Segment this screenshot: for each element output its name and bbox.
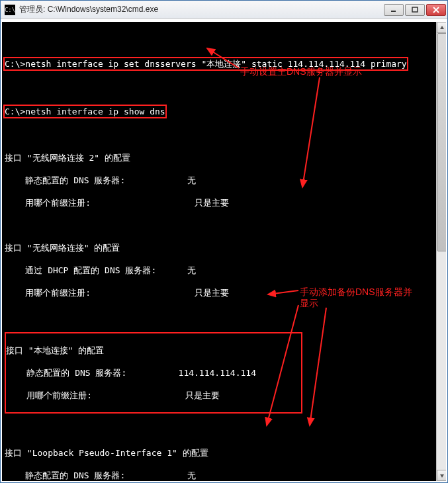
cmd-window: C:\ 管理员: C:\Windows\system32\cmd.exe C:\… xyxy=(0,0,448,483)
vertical-scrollbar[interactable] xyxy=(436,22,447,481)
scroll-down-button[interactable] xyxy=(437,470,447,481)
svg-line-8 xyxy=(310,308,326,425)
val: 只是主要 xyxy=(195,288,229,298)
prompt: C:\> xyxy=(5,59,25,69)
scroll-track[interactable] xyxy=(437,33,447,470)
app-icon: C:\ xyxy=(5,5,15,15)
lbl: 接口 xyxy=(5,153,27,163)
scroll-thumb[interactable] xyxy=(437,33,447,251)
val: 无 xyxy=(187,265,196,275)
local-cfg-box-1: 接口 "本地连接" 的配置 静态配置的 DNS 服务器: 114.114.114… xyxy=(5,332,302,414)
cmd2-box: C:\>netsh interface ip show dns xyxy=(3,105,167,118)
val: 无 xyxy=(187,470,196,480)
lbl: 的配置 xyxy=(89,243,120,253)
cmd2: netsh interface ip show dns xyxy=(25,107,165,116)
lbl: 用哪个前缀注册: xyxy=(6,390,92,400)
titlebar[interactable]: C:\ 管理员: C:\Windows\system32\cmd.exe xyxy=(1,1,447,19)
iface: "本地连接" xyxy=(28,345,73,355)
lbl: 的配置 xyxy=(73,345,104,355)
lbl: 用哪个前缀注册: xyxy=(5,198,91,208)
lbl: 通过 DHCP 配置的 DNS 服务器: xyxy=(5,265,156,275)
val: 114.114.114.114 xyxy=(179,368,256,378)
scroll-up-button[interactable] xyxy=(437,22,447,33)
lbl: 接口 xyxy=(6,345,28,355)
annotation-1: 手动设置主DNS服务器并显示 xyxy=(240,66,362,77)
lbl: 接口 xyxy=(5,448,27,458)
console-area[interactable]: C:\>netsh interface ip set dnsservers "本… xyxy=(1,19,447,482)
svg-rect-1 xyxy=(412,7,418,12)
minimize-button[interactable] xyxy=(384,4,404,16)
val: 只是主要 xyxy=(195,198,229,208)
lbl: 接口 xyxy=(5,243,27,253)
prompt: C:\> xyxy=(5,107,25,116)
maximize-button[interactable] xyxy=(405,4,425,16)
lbl: 用哪个前缀注册: xyxy=(5,288,91,298)
val: 无 xyxy=(187,175,196,185)
iface: "Loopback Pseudo-Interface 1" xyxy=(27,448,177,458)
annotation-2: 手动添加备份DNS服务器并显示 xyxy=(300,286,432,309)
close-button[interactable] xyxy=(426,4,446,16)
lbl: 静态配置的 DNS 服务器: xyxy=(6,368,126,378)
iface: "无线网络连接 2" xyxy=(27,153,99,163)
lbl: 的配置 xyxy=(99,153,130,163)
lbl: 的配置 xyxy=(177,448,208,458)
lbl: 静态配置的 DNS 服务器: xyxy=(5,470,125,480)
iface: "无线网络连接" xyxy=(27,243,89,253)
window-title: 管理员: C:\Windows\system32\cmd.exe xyxy=(19,4,382,15)
lbl: 静态配置的 DNS 服务器: xyxy=(5,175,125,185)
val: 只是主要 xyxy=(185,390,220,400)
